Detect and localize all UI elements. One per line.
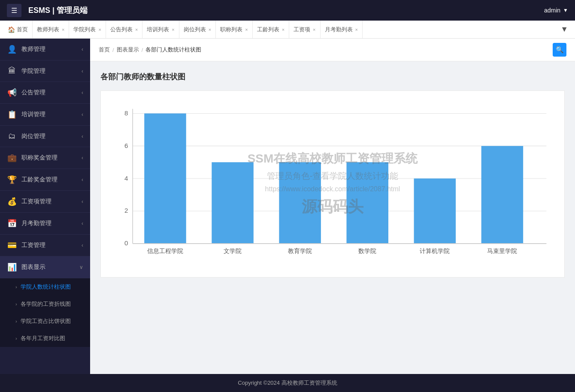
- bar-3: [279, 162, 321, 244]
- teacher-mgmt-icon: 👤: [7, 45, 17, 54]
- tab-title-list[interactable]: 职称列表 ×: [216, 21, 252, 38]
- sidebar-item-title-award-mgmt[interactable]: 💼 职称奖金管理 ‹: [0, 147, 90, 169]
- college-mgmt-icon: 🏛: [7, 66, 17, 75]
- breadcrumb-sep-1: /: [112, 47, 114, 53]
- header-right: admin ▼: [544, 7, 568, 14]
- tab-more-button[interactable]: ▼: [557, 25, 572, 34]
- svg-text:6: 6: [124, 142, 128, 149]
- sub-arrow-4: ›: [15, 336, 17, 341]
- breadcrumb-current: 各部门人数统计柱状图: [145, 46, 201, 54]
- tab-college-list-close[interactable]: ×: [98, 27, 101, 32]
- breadcrumb-sep-2: /: [142, 47, 143, 53]
- sub-arrow-3: ›: [15, 319, 17, 324]
- salary-item-mgmt-arrow: ‹: [82, 199, 83, 205]
- tab-college-list[interactable]: 学院列表 ×: [69, 21, 106, 38]
- tab-teacher-list[interactable]: 教师列表 ×: [33, 21, 69, 38]
- tab-monthly-list-label: 月考勤列表: [325, 26, 353, 33]
- salary-mgmt-icon: 💳: [7, 241, 17, 250]
- tab-title-list-close[interactable]: ×: [245, 27, 248, 32]
- sidebar-item-salary-item-mgmt-label: 工资项管理: [21, 198, 51, 205]
- tab-notice-list[interactable]: 公告列表 ×: [106, 21, 142, 38]
- sidebar-sub-annual-salary-compare[interactable]: › 各年月工资对比图: [0, 330, 90, 347]
- training-mgmt-icon: 📋: [7, 110, 17, 119]
- sidebar: 👤 教师管理 ‹ 🏛 学院管理 ‹ 📢 公告管理 ‹ 📋 培训管理 ‹: [0, 39, 90, 374]
- tab-position-list-label: 岗位列表: [184, 26, 206, 33]
- sidebar-item-training-mgmt[interactable]: 📋 培训管理 ‹: [0, 104, 90, 126]
- hamburger-button[interactable]: ☰: [7, 4, 21, 17]
- tab-seniority-list[interactable]: 工龄列表 ×: [253, 21, 289, 38]
- sidebar-item-monthly-attendance-mgmt[interactable]: 📅 月考勤管理 ‹: [0, 213, 90, 235]
- sidebar-sub-college-bar-chart-label: 学院人数统计柱状图: [21, 283, 71, 291]
- sidebar-item-title-award-mgmt-label: 职称奖金管理: [21, 154, 58, 162]
- tab-training-list-label: 培训列表: [147, 26, 169, 33]
- sidebar-item-position-mgmt-label: 岗位管理: [21, 133, 45, 140]
- sidebar-sub-college-salary-line-label: 各学院的工资折线图: [21, 300, 71, 308]
- sidebar-item-teacher-mgmt[interactable]: 👤 教师管理 ‹: [0, 39, 90, 60]
- bar-4: [347, 162, 389, 244]
- breadcrumb-home[interactable]: 首页: [99, 46, 110, 54]
- tab-bar: 🏠 首页 教师列表 × 学院列表 × 公告列表 × 培训列表 × 岗位列表 × …: [0, 21, 575, 39]
- sidebar-item-salary-mgmt-label: 工资管理: [21, 241, 45, 249]
- user-dropdown-arrow[interactable]: ▼: [563, 7, 568, 13]
- chart-display-submenu: › 学院人数统计柱状图 › 各学院的工资折线图 › 学院工资占比饼状图 › 各年…: [0, 278, 90, 347]
- sidebar-item-chart-display-label: 图表显示: [21, 263, 45, 271]
- tab-salary-item[interactable]: 工资项 ×: [289, 21, 320, 38]
- bar-1: [144, 114, 186, 244]
- tab-training-list-close[interactable]: ×: [172, 27, 174, 32]
- tab-position-list-close[interactable]: ×: [209, 27, 211, 32]
- sidebar-item-salary-item-mgmt[interactable]: 💰 工资项管理 ‹: [0, 191, 90, 213]
- sidebar-sub-college-salary-line[interactable]: › 各学院的工资折线图: [0, 296, 90, 313]
- sidebar-item-seniority-award-mgmt[interactable]: 🏆 工龄奖金管理 ‹: [0, 169, 90, 191]
- tab-position-list[interactable]: 岗位列表 ×: [179, 21, 216, 38]
- search-button[interactable]: 🔍: [553, 43, 566, 57]
- tab-home[interactable]: 🏠 首页: [3, 21, 33, 38]
- header-left: ☰ ESMS | 管理员端: [7, 4, 88, 17]
- svg-text:文学院: 文学院: [224, 247, 242, 254]
- footer: Copyright ©2024 高校教师工资管理系统: [0, 374, 575, 392]
- tab-seniority-list-close[interactable]: ×: [282, 27, 284, 32]
- sidebar-item-college-mgmt-label: 学院管理: [21, 67, 45, 75]
- bar-6: [481, 146, 524, 244]
- sidebar-sub-college-bar-chart[interactable]: › 学院人数统计柱状图: [0, 278, 90, 296]
- salary-mgmt-arrow: ‹: [82, 242, 83, 248]
- tab-monthly-list[interactable]: 月考勤列表 ×: [321, 21, 363, 38]
- search-icon: 🔍: [556, 46, 564, 54]
- chart-section: 各部门教师的数量柱状图 0 2 4 6 8: [90, 61, 575, 374]
- sidebar-item-notice-mgmt[interactable]: 📢 公告管理 ‹: [0, 82, 90, 104]
- sidebar-item-teacher-mgmt-label: 教师管理: [21, 45, 45, 53]
- sidebar-item-position-mgmt[interactable]: 🗂 岗位管理 ‹: [0, 126, 90, 147]
- top-header: ☰ ESMS | 管理员端 admin ▼: [0, 0, 575, 21]
- tab-monthly-list-close[interactable]: ×: [355, 27, 358, 32]
- tab-title-list-label: 职称列表: [220, 26, 242, 33]
- sidebar-item-monthly-attendance-mgmt-label: 月考勤管理: [21, 220, 51, 227]
- breadcrumb: 首页 / 图表显示 / 各部门人数统计柱状图: [99, 46, 201, 54]
- breadcrumb-bar: 首页 / 图表显示 / 各部门人数统计柱状图 🔍: [90, 39, 575, 61]
- tab-seniority-list-label: 工龄列表: [257, 26, 279, 33]
- svg-text:2: 2: [124, 207, 128, 214]
- tab-teacher-list-close[interactable]: ×: [62, 27, 64, 32]
- sidebar-item-chart-display[interactable]: 📊 图表显示 ∨: [0, 256, 90, 278]
- tab-salary-item-close[interactable]: ×: [313, 27, 315, 32]
- bar-2: [212, 162, 254, 244]
- tab-salary-item-label: 工资项: [294, 26, 310, 33]
- sidebar-item-seniority-award-mgmt-label: 工龄奖金管理: [21, 176, 58, 184]
- sidebar-sub-college-salary-pie[interactable]: › 学院工资占比饼状图: [0, 313, 90, 330]
- tab-notice-list-label: 公告列表: [110, 26, 133, 33]
- svg-text:马束里学院: 马束里学院: [487, 247, 517, 254]
- tab-notice-list-close[interactable]: ×: [135, 27, 138, 32]
- position-mgmt-icon: 🗂: [7, 132, 17, 141]
- sidebar-sub-annual-salary-compare-label: 各年月工资对比图: [21, 335, 65, 342]
- chart-container: 0 2 4 6 8 信息工程学院: [100, 90, 565, 277]
- bar-chart-svg: 0 2 4 6 8 信息工程学院: [109, 100, 556, 267]
- sidebar-item-salary-mgmt[interactable]: 💳 工资管理 ‹: [0, 235, 90, 256]
- title-award-mgmt-icon: 💼: [7, 153, 17, 163]
- title-award-mgmt-arrow: ‹: [82, 155, 83, 161]
- position-mgmt-arrow: ‹: [82, 133, 83, 139]
- breadcrumb-chart-display[interactable]: 图表显示: [117, 46, 139, 54]
- salary-item-mgmt-icon: 💰: [7, 197, 17, 206]
- sidebar-item-college-mgmt[interactable]: 🏛 学院管理 ‹: [0, 60, 90, 82]
- tab-training-list[interactable]: 培训列表 ×: [142, 21, 179, 38]
- chart-title: 各部门教师的数量柱状图: [100, 72, 565, 82]
- svg-text:0: 0: [124, 239, 128, 247]
- training-mgmt-arrow: ‹: [82, 112, 83, 118]
